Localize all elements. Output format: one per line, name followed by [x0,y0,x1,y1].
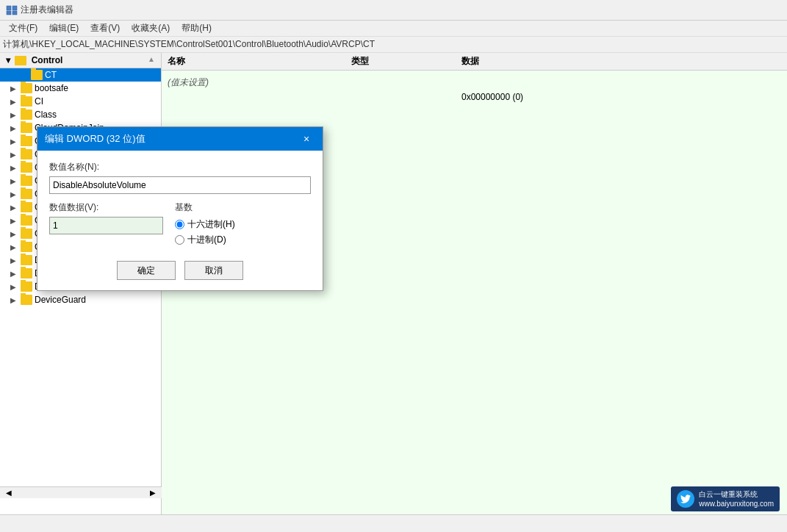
main-content: ▾ Control ▲ CT ▶ bootsafe ▶ CI ▶ Class [0,53,787,514]
menu-bar: 文件(F) 编辑(E) 查看(V) 收藏夹(A) 帮助(H) [0,21,787,37]
status-bar [0,514,787,531]
radio-hex-item: 十六进制(H) [175,218,311,231]
dialog-name-input[interactable] [49,176,311,194]
dialog-data-input[interactable] [49,217,163,234]
dialog-confirm-button[interactable]: 确定 [117,261,176,280]
dialog-base-col: 基数 十六进制(H) 十进制(D) [175,201,311,249]
svg-rect-1 [12,6,17,10]
menu-favorites[interactable]: 收藏夹(A) [126,21,176,36]
dword-dialog: 编辑 DWORD (32 位)值 × 数值名称(N): 数值数据(V): 基数 [37,126,323,291]
dialog-titlebar: 编辑 DWORD (32 位)值 × [37,127,323,151]
radio-dec-item: 十进制(D) [175,234,311,246]
title-text: 注册表编辑器 [21,4,73,16]
dialog-value-col: 数值数据(V): [49,201,163,249]
dialog-title: 编辑 DWORD (32 位)值 [45,132,145,145]
dialog-close-button[interactable]: × [298,130,315,148]
radio-dec-label: 十进制(D) [187,234,226,246]
menu-view[interactable]: 查看(V) [85,21,126,36]
address-bar: 计算机\HKEY_LOCAL_MACHINE\SYSTEM\ControlSet… [0,37,787,53]
menu-help[interactable]: 帮助(H) [176,21,218,36]
dialog-body: 数值名称(N): 数值数据(V): 基数 十六进制(H) [37,151,323,290]
dialog-overlay: 编辑 DWORD (32 位)值 × 数值名称(N): 数值数据(V): 基数 [0,53,787,514]
title-bar: 注册表编辑器 [0,0,787,21]
svg-rect-2 [7,11,11,15]
dialog-base-title: 基数 [175,201,311,214]
address-text: 计算机\HKEY_LOCAL_MACHINE\SYSTEM\ControlSet… [3,38,375,51]
app-icon [6,5,18,15]
radio-hex[interactable] [175,220,184,229]
dialog-name-label: 数值名称(N): [49,161,311,173]
dialog-buttons: 确定 取消 [49,261,311,280]
dialog-data-label: 数值数据(V): [49,201,163,214]
svg-rect-0 [7,6,11,10]
svg-rect-3 [12,11,17,15]
menu-file[interactable]: 文件(F) [3,21,43,36]
menu-edit[interactable]: 编辑(E) [43,21,85,36]
radio-hex-label: 十六进制(H) [187,218,235,231]
dialog-main-row: 数值数据(V): 基数 十六进制(H) 十进制(D) [49,201,311,249]
dialog-cancel-button[interactable]: 取消 [184,261,243,280]
radio-dec[interactable] [175,235,184,245]
